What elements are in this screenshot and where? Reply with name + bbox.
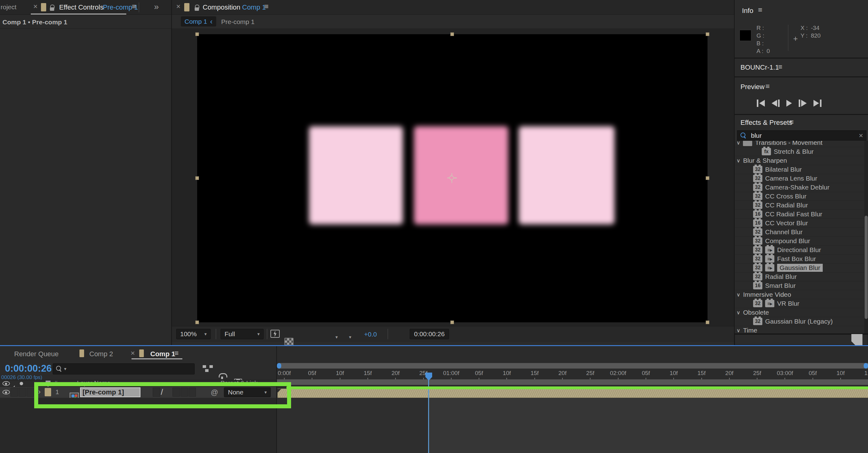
effect-label[interactable]: Stretch & Blur bbox=[774, 148, 814, 155]
effects-item-row[interactable]: 32≡▸Fast Box Blur bbox=[735, 254, 864, 264]
transparency-grid-icon[interactable] bbox=[284, 338, 293, 346]
panel-menu-icon[interactable]: ≡ bbox=[264, 3, 269, 10]
effects-item-row[interactable]: 32≡▸Directional Blur bbox=[735, 246, 864, 254]
collapse-icon[interactable]: ∨ bbox=[737, 327, 740, 334]
tab-render-queue[interactable]: Render Queue bbox=[14, 350, 59, 358]
effects-scrollbar[interactable] bbox=[864, 141, 868, 333]
navigator-end-handle[interactable] bbox=[864, 363, 868, 368]
breadcrumb-parent[interactable]: Pre-comp 1 bbox=[221, 18, 255, 26]
composition-mini-flowchart-icon[interactable] bbox=[203, 365, 211, 373]
bouncr-title[interactable]: BOUNCr-1.1 bbox=[741, 63, 779, 71]
layer-visibility-toggle[interactable] bbox=[2, 390, 10, 394]
effects-category-row[interactable]: ∨Obsolete bbox=[735, 308, 864, 317]
effects-item-row[interactable]: 32≡▸Gaussian Blur bbox=[735, 264, 864, 272]
effects-category-row[interactable]: ∨Blur & Sharpen bbox=[735, 156, 864, 165]
last-frame-button[interactable] bbox=[813, 99, 822, 107]
effect-label[interactable]: Fast Box Blur bbox=[777, 255, 816, 263]
effect-label[interactable]: Smart Blur bbox=[765, 282, 796, 290]
effect-label[interactable]: Blur & Sharpen bbox=[743, 157, 787, 164]
effect-label[interactable]: Channel Blur bbox=[765, 228, 802, 236]
effects-item-row[interactable]: 32Gaussian Blur (Legacy) bbox=[735, 317, 864, 326]
work-area-bar[interactable] bbox=[277, 379, 868, 385]
panel-menu-icon[interactable]: ≡ bbox=[778, 63, 782, 70]
effects-item-row[interactable]: 32Channel Blur bbox=[735, 228, 864, 237]
effect-label[interactable]: CC Cross Blur bbox=[765, 192, 806, 200]
selection-handle[interactable] bbox=[450, 321, 454, 324]
tab-comp-2[interactable]: Comp 2 bbox=[89, 350, 113, 358]
effects-item-row[interactable]: 16Smart Blur bbox=[735, 281, 864, 290]
tab-target-comp[interactable]: Comp 1 bbox=[242, 3, 266, 11]
navigator-start-handle[interactable] bbox=[277, 363, 281, 368]
effect-label[interactable]: Gaussian Blur bbox=[777, 264, 823, 272]
selection-handle[interactable] bbox=[195, 32, 199, 36]
collapse-icon[interactable]: ∨ bbox=[737, 157, 740, 164]
effect-label[interactable]: CC Radial Blur bbox=[765, 202, 808, 209]
selection-handle[interactable] bbox=[706, 321, 709, 324]
effects-search-field[interactable]: blur × bbox=[737, 130, 866, 141]
effects-item-row[interactable]: fxStretch & Blur bbox=[735, 147, 864, 156]
comp-canvas[interactable] bbox=[197, 34, 708, 322]
collapse-icon[interactable]: ∨ bbox=[737, 141, 740, 146]
current-timecode[interactable]: 0:00:00:26 bbox=[5, 363, 52, 374]
effect-label[interactable]: Bilateral Blur bbox=[765, 166, 802, 173]
exposure-value[interactable]: +0.0 bbox=[364, 331, 377, 338]
shy-layers-icon[interactable] bbox=[219, 373, 225, 379]
collapse-icon[interactable]: ∨ bbox=[737, 309, 740, 316]
selection-handle[interactable] bbox=[706, 32, 709, 36]
effects-item-row[interactable]: 32≡▸VR Blur bbox=[735, 299, 864, 308]
close-icon[interactable]: × bbox=[176, 3, 181, 10]
selection-handle[interactable] bbox=[195, 176, 199, 180]
effects-category-row[interactable]: ∨Time bbox=[735, 326, 864, 333]
scrollbar-thumb[interactable] bbox=[865, 216, 868, 319]
play-button[interactable] bbox=[786, 100, 792, 107]
panel-menu-icon[interactable]: ≡ bbox=[766, 83, 770, 90]
effect-label[interactable]: Camera-Shake Deblur bbox=[765, 184, 830, 191]
effects-item-row[interactable]: 32Bilateral Blur bbox=[735, 165, 864, 174]
breadcrumb-current-box[interactable]: Comp 1 ‹ bbox=[181, 16, 216, 27]
close-icon[interactable]: × bbox=[33, 3, 38, 10]
effect-label[interactable]: Compound Blur bbox=[765, 237, 810, 245]
selection-handle[interactable] bbox=[450, 32, 454, 36]
tab-title[interactable]: Effect Controls bbox=[59, 3, 103, 11]
effect-label[interactable]: CC Radial Fast Blur bbox=[765, 210, 823, 218]
next-frame-button[interactable] bbox=[799, 99, 807, 107]
panel-menu-icon[interactable]: ≡ bbox=[174, 350, 179, 357]
viewer-timecode[interactable]: 0:00:00:26 bbox=[410, 329, 449, 339]
effect-label[interactable]: Directional Blur bbox=[777, 246, 821, 253]
selection-handle[interactable] bbox=[706, 176, 709, 180]
effect-label[interactable]: Time bbox=[743, 327, 757, 333]
effects-item-row[interactable]: 32Compound Blur bbox=[735, 237, 864, 246]
effects-item-row[interactable]: 32CC Radial Blur bbox=[735, 201, 864, 210]
time-navigator-bar[interactable] bbox=[277, 363, 868, 368]
effect-label[interactable]: Obsolete bbox=[743, 309, 769, 316]
effects-presets-title[interactable]: Effects & Presets bbox=[741, 119, 792, 127]
resolution-dropdown[interactable]: Full▾ bbox=[221, 329, 264, 339]
effect-label[interactable]: Transitions - Movement bbox=[755, 141, 823, 146]
collapse-icon[interactable]: ∨ bbox=[737, 292, 740, 298]
previous-frame-button[interactable] bbox=[772, 99, 780, 107]
first-frame-button[interactable] bbox=[757, 99, 765, 107]
composition-viewer[interactable] bbox=[172, 28, 734, 326]
close-icon[interactable]: × bbox=[131, 350, 135, 357]
lock-icon[interactable] bbox=[50, 7, 55, 11]
tab-comp-1[interactable]: Comp 1 bbox=[150, 350, 175, 358]
effect-label[interactable]: CC Vector Blur bbox=[765, 219, 808, 227]
panel-menu-icon[interactable]: ≡ bbox=[132, 3, 136, 10]
panel-fold-corner-icon[interactable] bbox=[851, 334, 863, 345]
layer-duration-bar[interactable] bbox=[278, 389, 868, 398]
effects-category-row[interactable]: ∨Transitions - Movement bbox=[735, 141, 864, 147]
preview-title[interactable]: Preview bbox=[741, 83, 765, 91]
anchor-point-icon[interactable] bbox=[448, 174, 456, 182]
fast-previews-icon[interactable] bbox=[271, 330, 280, 338]
pink-square-middle[interactable] bbox=[414, 126, 508, 224]
playhead-line[interactable] bbox=[428, 380, 429, 453]
panel-menu-icon[interactable]: ≡ bbox=[758, 6, 762, 13]
effect-label[interactable]: Camera Lens Blur bbox=[765, 175, 817, 182]
effects-item-row[interactable]: 32Camera-Shake Deblur bbox=[735, 183, 864, 192]
pink-square-left[interactable] bbox=[309, 126, 403, 224]
effect-label[interactable]: Gaussian Blur (Legacy) bbox=[765, 318, 833, 325]
project-tab-clipped[interactable]: roject bbox=[1, 3, 16, 11]
tab-title[interactable]: Composition bbox=[203, 3, 240, 11]
selection-handle[interactable] bbox=[195, 321, 199, 324]
effects-item-row[interactable]: 32Radial Blur bbox=[735, 272, 864, 281]
